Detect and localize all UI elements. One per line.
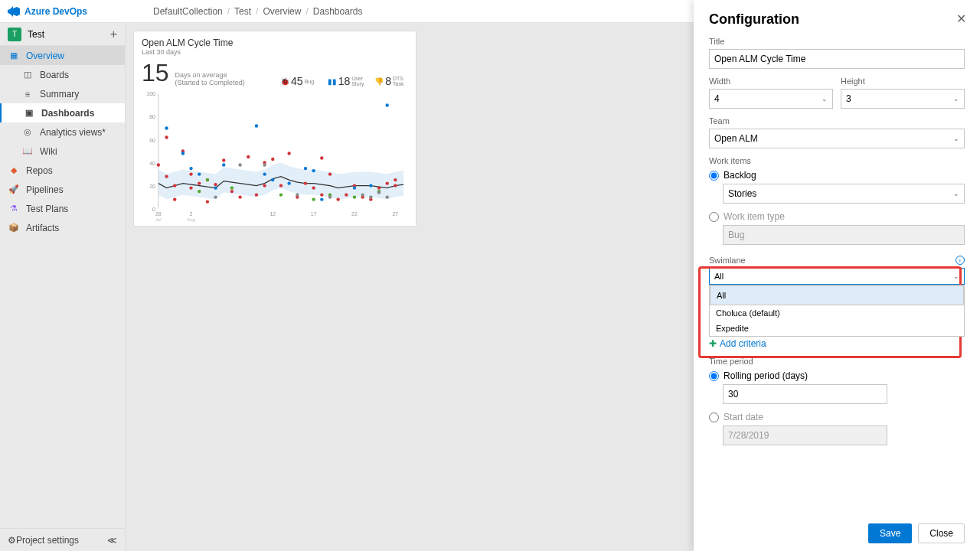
svg-point-29	[238, 195, 241, 198]
swimlane-dropdown: All Choluca (default) Expedite	[709, 285, 965, 337]
svg-point-65	[353, 186, 356, 189]
svg-point-66	[369, 184, 372, 187]
add-criteria-link[interactable]: ✚Add criteria	[709, 338, 965, 349]
swimlane-option[interactable]: All	[710, 285, 964, 305]
svg-point-28	[230, 190, 234, 193]
svg-text:22: 22	[351, 211, 358, 217]
breadcrumb[interactable]: Overview	[263, 6, 301, 17]
breadcrumb[interactable]: Dashboards	[313, 6, 363, 17]
svg-point-59	[263, 172, 266, 175]
svg-point-81	[361, 193, 364, 196]
svg-point-44	[345, 193, 348, 196]
swimlane-option[interactable]: Choluca (default)	[710, 305, 964, 321]
nav-boards[interactable]: ◫Boards	[0, 65, 125, 84]
nav-pipelines[interactable]: 🚀Pipelines	[0, 180, 125, 199]
svg-point-31	[255, 193, 258, 196]
svg-point-67	[386, 103, 389, 106]
svg-point-16	[165, 135, 168, 139]
svg-point-30	[247, 155, 250, 158]
svg-text:17: 17	[311, 211, 317, 217]
svg-text:28: 28	[155, 211, 162, 217]
cycle-time-widget[interactable]: Open ALM Cycle Time Last 30 days 15 Days…	[133, 31, 416, 227]
svg-point-78	[263, 163, 266, 166]
svg-text:40: 40	[149, 161, 155, 166]
breadcrumb[interactable]: Test	[234, 6, 251, 17]
swimlane-option[interactable]: Expedite	[710, 321, 964, 336]
wit-select: Bug	[723, 225, 965, 245]
svg-point-21	[189, 172, 192, 175]
svg-point-39	[312, 186, 315, 189]
svg-point-35	[279, 184, 283, 187]
svg-point-32	[263, 184, 266, 187]
swimlane-select[interactable]: All⌄	[709, 268, 965, 285]
rolling-input[interactable]	[723, 384, 887, 404]
dashboard-canvas: Open ALM Cycle Time Last 30 days 15 Days…	[126, 23, 694, 551]
svg-point-80	[328, 195, 332, 198]
svg-point-26	[214, 183, 217, 186]
height-select[interactable]: 3⌄	[841, 89, 965, 109]
svg-text:80: 80	[149, 114, 155, 119]
project-settings[interactable]: ⚙Project settings≪	[0, 528, 125, 551]
svg-point-19	[173, 197, 176, 201]
info-icon[interactable]: i	[956, 256, 965, 265]
add-icon[interactable]: +	[110, 28, 117, 41]
nav-testplans[interactable]: ⚗Test Plans	[0, 199, 125, 218]
backlog-radio[interactable]	[709, 171, 719, 181]
collapse-icon[interactable]: ≪	[107, 535, 117, 546]
nav-summary[interactable]: ≡Summary	[0, 84, 125, 103]
svg-point-77	[238, 163, 241, 166]
svg-point-52	[165, 126, 168, 129]
startdate-radio[interactable]	[709, 412, 719, 422]
svg-text:27: 27	[392, 211, 398, 217]
config-panel: Configuration ✕ Title Width 4⌄ Height 3⌄…	[694, 0, 980, 551]
nav-wiki[interactable]: 📖Wiki	[0, 142, 125, 161]
svg-point-15	[157, 163, 160, 166]
svg-point-49	[386, 181, 389, 184]
wit-radio[interactable]	[709, 212, 719, 222]
svg-point-42	[328, 172, 332, 175]
svg-point-70	[230, 186, 234, 189]
svg-point-56	[214, 186, 217, 189]
svg-point-48	[377, 186, 381, 189]
nav-analytics[interactable]: ◎Analytics views*	[0, 122, 125, 142]
team-select[interactable]: Open ALM⌄	[709, 129, 965, 148]
svg-point-22	[189, 186, 192, 189]
close-button[interactable]: Close	[918, 523, 965, 543]
svg-point-60	[271, 178, 274, 181]
svg-point-63	[312, 169, 315, 172]
cycle-time-chart: 02040608010028Jul2Aug12172227	[142, 90, 408, 224]
svg-point-23	[198, 181, 201, 184]
backlog-select[interactable]: Stories⌄	[723, 184, 965, 204]
svg-point-55	[198, 172, 201, 175]
nav-overview[interactable]: ▦Overview	[0, 46, 125, 65]
brand-label[interactable]: Azure DevOps	[24, 6, 87, 17]
breadcrumb[interactable]: DefaultCollection	[153, 6, 223, 17]
title-input[interactable]	[709, 49, 965, 69]
svg-point-76	[214, 195, 217, 198]
azure-devops-icon	[8, 5, 20, 18]
widget-subtitle: Last 30 days	[142, 48, 408, 56]
panel-title: Configuration	[709, 11, 965, 28]
svg-point-64	[320, 197, 323, 201]
svg-point-17	[165, 174, 168, 178]
project-header[interactable]: T Test +	[0, 23, 125, 46]
avg-days: 15	[142, 59, 169, 87]
svg-point-54	[189, 167, 192, 170]
close-icon[interactable]: ✕	[956, 11, 966, 26]
project-icon: T	[8, 28, 21, 41]
nav-artifacts[interactable]: 📦Artifacts	[0, 218, 125, 237]
svg-point-51	[394, 178, 397, 181]
nav-dashboards[interactable]: ▣Dashboards	[0, 103, 125, 122]
svg-point-53	[181, 152, 185, 155]
svg-point-79	[296, 193, 299, 196]
rolling-radio[interactable]	[709, 371, 719, 381]
svg-text:Aug: Aug	[187, 217, 195, 222]
widget-title: Open ALM Cycle Time	[142, 37, 408, 48]
save-button[interactable]: Save	[868, 523, 912, 543]
width-select[interactable]: 4⌄	[709, 89, 833, 109]
svg-point-74	[353, 195, 356, 198]
svg-point-40	[320, 156, 323, 159]
svg-point-36	[287, 152, 290, 155]
nav-repos[interactable]: ◆Repos	[0, 161, 125, 180]
svg-point-62	[304, 167, 307, 170]
